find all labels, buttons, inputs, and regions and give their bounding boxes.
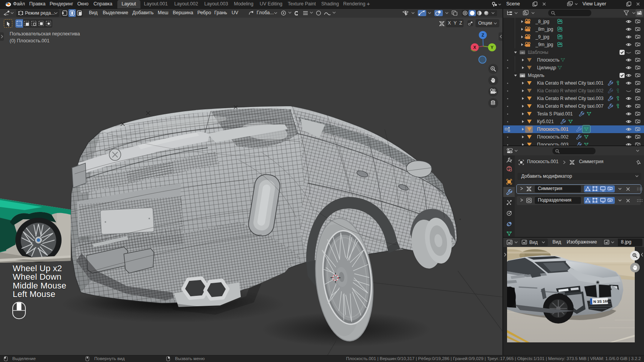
svg-text:X: X <box>473 45 476 50</box>
svg-text:Z: Z <box>482 33 484 37</box>
svg-text:Y: Y <box>491 45 494 50</box>
svg-text:N 3S 166: N 3S 166 <box>593 299 609 304</box>
